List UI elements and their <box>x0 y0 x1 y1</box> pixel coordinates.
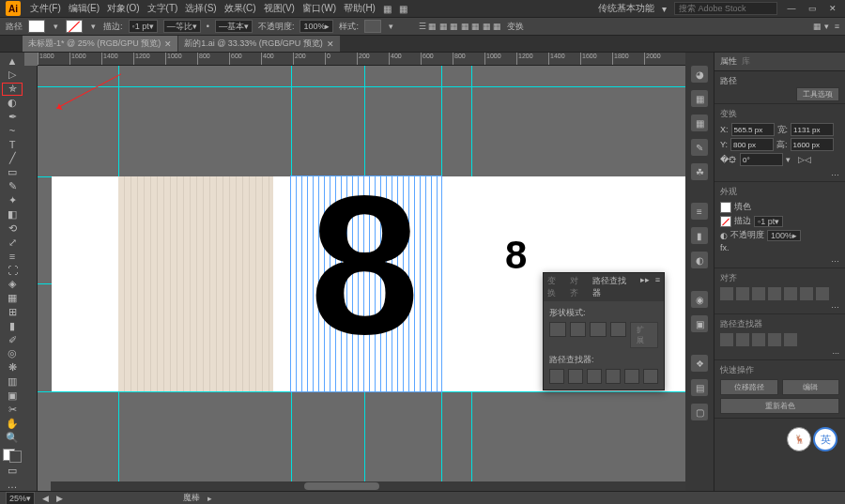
scrollbar-horizontal[interactable] <box>51 481 685 491</box>
align-buttons[interactable] <box>720 287 839 300</box>
stroke-swatch[interactable] <box>66 20 83 33</box>
layers-icon[interactable]: ❖ <box>691 355 708 372</box>
maximize-button[interactable]: ▭ <box>806 2 819 15</box>
paintbrush-tool[interactable]: ✎ <box>2 180 23 193</box>
menu-br-icon[interactable]: ▦ <box>379 4 395 14</box>
menu-edit[interactable]: 编辑(E) <box>65 2 103 15</box>
x-field[interactable] <box>731 123 775 136</box>
close-button[interactable]: ✕ <box>826 2 839 15</box>
guide[interactable] <box>38 391 685 392</box>
menu-view[interactable]: 视图(V) <box>260 2 299 15</box>
ime-badge[interactable]: 英 <box>813 427 837 451</box>
style-swatch[interactable] <box>364 20 381 33</box>
opacity-field[interactable]: 100% ▸ <box>300 20 333 33</box>
intersect-icon[interactable] <box>590 322 607 337</box>
control-menu-icon[interactable]: ≡ <box>835 22 839 31</box>
panel-tab-pathfinder[interactable]: 路径查找器 <box>592 275 635 299</box>
graphic-styles-icon[interactable]: ▣ <box>691 315 708 332</box>
zoom-tool[interactable]: 🔍 <box>2 431 23 444</box>
artboards-icon[interactable]: ▢ <box>691 404 708 420</box>
screen-mode[interactable]: ▭ <box>2 464 23 477</box>
trim-icon[interactable] <box>568 369 583 384</box>
align-icons[interactable]: ☰ ▦ ▦ ▦ ▦ ▦ ▦ ▦ <box>419 22 502 31</box>
rotate-tool[interactable]: ⟲ <box>2 221 23 235</box>
panel-tab-libraries[interactable]: 库 <box>742 56 750 66</box>
line-tool[interactable]: ╱ <box>2 152 23 165</box>
divide-icon[interactable] <box>549 369 564 384</box>
edit-button[interactable]: 编辑 <box>782 379 840 395</box>
zoom-field[interactable]: 25% ▾ <box>6 492 35 505</box>
panel-tab-align[interactable]: 对齐 <box>570 275 587 299</box>
shaper-tool[interactable]: ✦ <box>2 194 23 207</box>
arrange-docs-icon[interactable]: ▦ ▾ <box>813 22 829 31</box>
h-field[interactable] <box>791 138 834 151</box>
tool-options-button[interactable]: 工具选项 <box>796 87 839 101</box>
transparency-icon[interactable]: ◐ <box>691 252 708 268</box>
width-tool[interactable]: ≡ <box>2 250 23 263</box>
rotate-field[interactable] <box>740 153 783 166</box>
expand-button[interactable]: 扩展 <box>630 322 658 348</box>
appearance-icon[interactable]: ◉ <box>691 291 708 308</box>
tab-doc-2[interactable]: 新的1.ai @ 33.33% (RGB/GPU 预览) ✕ <box>178 36 341 52</box>
type-tool[interactable]: T <box>2 138 23 151</box>
swatches-icon[interactable]: ▦ <box>691 115 708 131</box>
minimize-button[interactable]: — <box>785 2 798 15</box>
y-field[interactable] <box>730 138 774 151</box>
slice-tool[interactable]: ✂ <box>2 403 23 416</box>
offset-path-button[interactable]: 位移路径 <box>720 379 778 395</box>
panel-menu-icon[interactable]: ≡ <box>655 275 660 299</box>
panel-collapse-icon[interactable]: ▸▸ <box>640 275 650 299</box>
recolor-button[interactable]: 重新着色 <box>720 398 839 414</box>
nav-next-icon[interactable]: ▶ <box>56 494 63 503</box>
color-panel-icon[interactable]: ◕ <box>691 66 708 83</box>
menu-file[interactable]: 文件(F) <box>26 2 65 15</box>
symbol-sprayer-tool[interactable]: ❋ <box>2 361 23 374</box>
profile-field[interactable]: — 等比 ▾ <box>163 20 201 33</box>
search-input[interactable] <box>674 2 777 15</box>
eyedropper-tool[interactable]: ✐ <box>2 333 23 346</box>
panel-tab-properties[interactable]: 属性 <box>720 56 737 66</box>
fx-icon[interactable]: fx. <box>720 243 730 252</box>
stroke-swatch-panel[interactable] <box>720 216 731 227</box>
eraser-tool[interactable]: ◧ <box>2 207 23 221</box>
glyph-eight-small[interactable]: 8 <box>505 233 527 278</box>
fill-swatch-panel[interactable] <box>720 202 731 213</box>
menu-help[interactable]: 帮助(H) <box>340 2 379 15</box>
unite-icon[interactable] <box>549 322 566 337</box>
direct-selection-tool[interactable]: ▷ <box>2 69 23 82</box>
rectangle-tool[interactable]: ▭ <box>2 166 23 179</box>
merge-icon[interactable] <box>587 369 602 384</box>
brushes-icon[interactable]: ✎ <box>691 139 708 156</box>
shape-builder-tool[interactable]: ◈ <box>2 278 23 291</box>
opacity-panel-field[interactable]: 100% ▸ <box>767 230 801 241</box>
menu-effect[interactable]: 效果(C) <box>221 2 260 15</box>
tab-doc-1[interactable]: 未标题-1* @ 25% (RGB/GPU 预览) ✕ <box>23 36 178 52</box>
blend-tool[interactable]: ◎ <box>2 347 23 360</box>
menu-type[interactable]: 文字(T) <box>144 2 182 15</box>
menu-select[interactable]: 选择(S) <box>181 2 220 15</box>
menu-object[interactable]: 对象(O) <box>103 2 143 15</box>
striped-rect[interactable] <box>118 176 273 391</box>
workspace-switcher[interactable]: 传统基本功能 <box>598 2 654 15</box>
gradient-panel-icon[interactable]: ▮ <box>691 227 708 244</box>
fill-swatch[interactable] <box>28 20 45 33</box>
color-guide-icon[interactable]: ▦ <box>691 90 708 107</box>
pen-tool[interactable]: ✒ <box>2 110 23 123</box>
guide[interactable] <box>38 86 685 87</box>
close-icon[interactable]: ✕ <box>327 39 334 49</box>
panel-tab-transform[interactable]: 变换 <box>547 275 564 299</box>
magic-wand-tool[interactable]: ✯ <box>2 83 23 96</box>
stroke-w-field[interactable]: ◦ 1 pt ▾ <box>754 216 783 227</box>
scale-tool[interactable]: ⤢ <box>2 236 23 249</box>
asset-export-icon[interactable]: ▤ <box>691 379 708 396</box>
free-transform-tool[interactable]: ⛶ <box>2 264 23 277</box>
symbols-icon[interactable]: ☘ <box>691 163 708 180</box>
selection-tool[interactable]: ▲ <box>2 54 23 68</box>
hand-tool[interactable]: ✋ <box>2 417 23 430</box>
menu-st-icon[interactable]: ▦ <box>395 4 411 14</box>
curvature-tool[interactable]: ~ <box>2 124 23 137</box>
column-graph-tool[interactable]: ▥ <box>2 375 23 389</box>
exclude-icon[interactable] <box>610 322 627 337</box>
brush-field[interactable]: — 基本 ▾ <box>215 20 253 33</box>
mesh-tool[interactable]: ⊞ <box>2 305 23 318</box>
